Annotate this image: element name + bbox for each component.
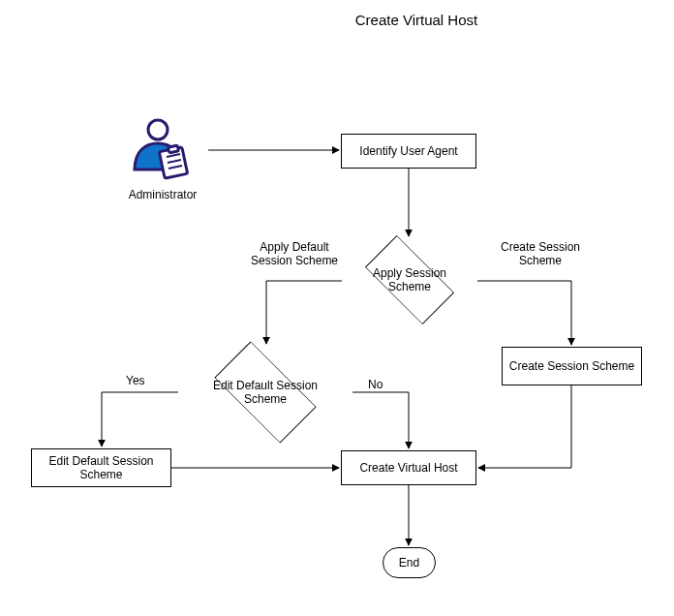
svg-rect-2: [168, 145, 178, 153]
administrator-icon: [129, 116, 197, 184]
node-create-session-scheme: Create Session Scheme: [502, 347, 642, 385]
node-identify-user-agent-label: Identify User Agent: [359, 144, 457, 158]
edge-label-apply-default: Apply DefaultSession Scheme: [251, 240, 338, 267]
node-end: End: [383, 547, 436, 578]
edge-label-no-text: No: [368, 378, 383, 391]
node-apply-session-scheme: Apply Session Scheme: [342, 241, 477, 319]
node-apply-session-scheme-label: Apply Session Scheme: [363, 266, 456, 293]
edge-label-create-session-scheme-text: Create SessionScheme: [501, 240, 580, 267]
edge-label-no: No: [368, 378, 383, 391]
node-edit-default-decision-label: Edit Default Session Scheme: [199, 379, 331, 406]
node-identify-user-agent: Identify User Agent: [341, 134, 476, 169]
node-edit-default-action-label: Edit Default Session Scheme: [36, 454, 167, 481]
edge-label-apply-default-text: Apply DefaultSession Scheme: [251, 240, 338, 267]
actor-label: Administrator: [124, 188, 201, 201]
edge-label-yes: Yes: [126, 374, 145, 387]
diagram-title-text: Create Virtual Host: [355, 12, 477, 28]
edge-label-create-session-scheme: Create SessionScheme: [501, 240, 580, 267]
edge-label-yes-text: Yes: [126, 374, 145, 387]
node-edit-default-action: Edit Default Session Scheme: [31, 448, 171, 487]
flowchart-canvas: Create Virtual Host Administrator Identi…: [0, 0, 674, 616]
diagram-title: Create Virtual Host: [320, 12, 513, 28]
node-create-virtual-host: Create Virtual Host: [341, 450, 476, 485]
svg-point-0: [148, 120, 168, 139]
actor-label-text: Administrator: [129, 188, 198, 201]
node-edit-default-decision: Edit Default Session Scheme: [178, 349, 352, 436]
node-end-label: End: [399, 556, 419, 570]
node-create-session-scheme-label: Create Session Scheme: [509, 359, 634, 373]
arrows-layer: [0, 0, 674, 616]
node-create-virtual-host-label: Create Virtual Host: [359, 461, 457, 475]
